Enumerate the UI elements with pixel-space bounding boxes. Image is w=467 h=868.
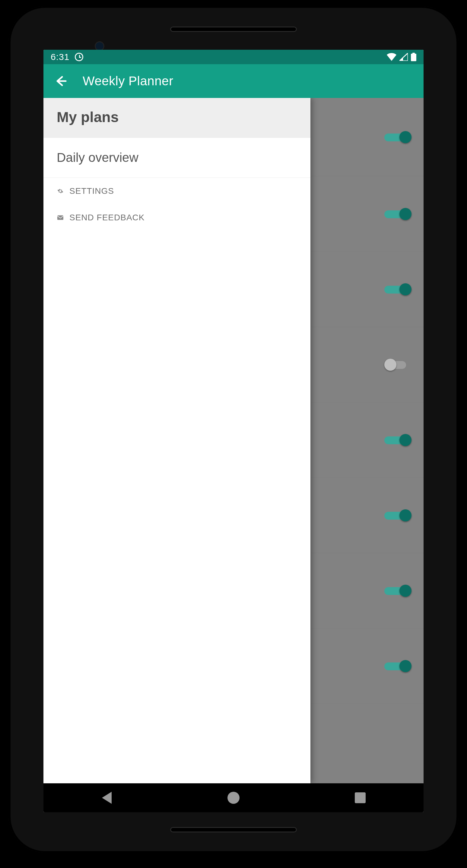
drawer-header: My plans [43,98,311,138]
toggle-switch[interactable] [384,130,411,145]
toggle-knob [400,660,411,672]
navigation-drawer: My plans Daily overview SETTINGS SEND FE… [43,98,311,783]
battery-icon [411,53,416,61]
toggle-switch[interactable] [384,508,411,523]
toggle-knob [400,509,411,521]
front-camera [96,42,104,50]
nav-home-button[interactable] [226,790,241,806]
alarm-icon [75,53,83,61]
toggle-knob [400,208,411,220]
status-bar: 6:31 [43,50,424,64]
device-frame: 6:31 Weekly Planner [9,6,458,853]
square-recent-icon [355,792,366,803]
drawer-item-label: Daily overview [57,150,139,164]
drawer-settings-label: SETTINGS [69,186,114,196]
app-bar: Weekly Planner [43,64,424,98]
circle-home-icon [228,792,239,804]
gear-icon [57,187,64,195]
toggle-switch[interactable] [384,658,411,674]
toggle-knob [400,283,411,296]
svg-rect-1 [412,53,415,54]
toggle-knob [400,585,411,597]
drawer-item-daily-overview[interactable]: Daily overview [43,138,311,178]
earpiece [170,27,297,32]
toggle-switch[interactable] [384,282,411,297]
drawer-feedback-label: SEND FEEDBACK [69,213,145,222]
status-time: 6:31 [51,52,69,62]
content-area: My plans Daily overview SETTINGS SEND FE… [43,98,424,783]
svg-rect-2 [57,216,63,220]
nav-back-button[interactable] [99,790,115,806]
toggle-switch[interactable] [384,357,411,372]
toggle-switch[interactable] [384,207,411,221]
toggle-knob [400,131,411,143]
nav-recent-button[interactable] [352,790,368,806]
mail-icon [57,214,64,221]
svg-rect-0 [411,54,416,61]
status-right [387,53,416,61]
triangle-back-icon [102,792,112,804]
wifi-icon [387,53,397,61]
toggle-knob [384,359,397,371]
app-title: Weekly Planner [83,74,173,88]
toggle-switch[interactable] [384,583,411,598]
back-button[interactable] [51,72,69,90]
toggle-knob [400,434,411,446]
arrow-left-icon [54,74,67,88]
toggle-switch[interactable] [384,433,411,447]
system-nav-bar [43,783,424,812]
drawer-title: My plans [57,109,297,125]
drawer-item-settings[interactable]: SETTINGS [43,178,311,204]
screen: 6:31 Weekly Planner [43,50,424,812]
drawer-item-send-feedback[interactable]: SEND FEEDBACK [43,204,311,231]
bottom-speaker [170,827,297,832]
cellular-icon [400,53,408,61]
